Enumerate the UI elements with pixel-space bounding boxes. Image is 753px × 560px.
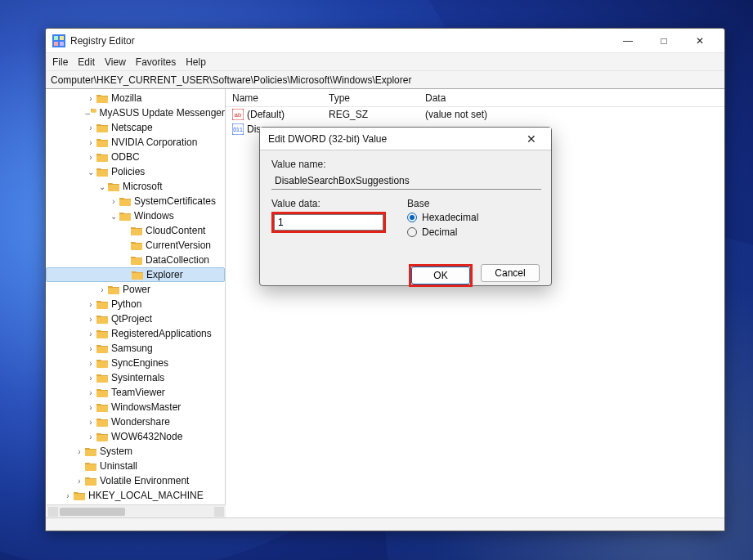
tree-item-cloudcontent[interactable]: CloudContent [46,223,225,238]
expander-icon[interactable]: › [74,447,85,456]
folder-icon [85,476,96,486]
tree-item-label: Power [123,284,150,295]
menu-favorites[interactable]: Favorites [136,56,176,68]
tree-item-label: Netscape [111,122,153,133]
radio-decimal[interactable]: Decimal [407,226,478,238]
tree-item-mozilla[interactable]: ›Mozilla [46,91,225,105]
close-button[interactable]: ✕ [682,29,718,53]
tree-item-netscape[interactable]: ›Netscape [46,120,225,135]
folder-icon [108,284,119,294]
tree-item-teamviewer[interactable]: ›TeamViewer [46,385,225,400]
col-type[interactable]: Type [322,92,419,104]
ok-button[interactable]: OK [411,267,470,284]
tree-item-python[interactable]: ›Python [46,297,225,311]
tree-item-sysinternals[interactable]: ›Sysinternals [46,370,225,385]
menu-edit[interactable]: Edit [78,56,95,68]
tree-item-nvidia-corporation[interactable]: ›NVIDIA Corporation [46,135,225,150]
expander-icon[interactable]: › [85,138,96,147]
expander-icon[interactable]: › [108,197,119,206]
expander-icon[interactable]: › [85,153,96,162]
expander-icon[interactable]: › [85,388,96,397]
expander-icon[interactable]: › [85,432,96,441]
tree-horizontal-scrollbar[interactable] [47,504,226,517]
dialog-title: Edit DWORD (32-bit) Value [268,133,520,145]
menu-view[interactable]: View [105,56,126,68]
dialog-close-button[interactable]: ✕ [520,128,543,150]
expander-icon[interactable]: › [85,123,96,132]
tree-item-label: ODBC [111,151,140,163]
list-row[interactable]: ab(Default)REG_SZ(value not set) [226,107,724,122]
expander-icon[interactable]: › [85,300,96,309]
tree-item-label: Microsoft [123,181,163,192]
tree-item-samsung[interactable]: ›Samsung [46,341,225,356]
col-name[interactable]: Name [226,92,322,104]
tree-item-label: CloudContent [146,225,205,236]
tree-pane[interactable]: ›Mozilla–MyASUS Update Messenger›Netscap… [46,89,226,517]
tree-item-windows[interactable]: ⌄Windows [46,208,225,223]
tree-item-odbc[interactable]: ›ODBC [46,150,225,164]
address-bar[interactable]: Computer\HKEY_CURRENT_USER\Software\Poli… [46,71,724,89]
svg-rect-4 [60,42,64,46]
svg-rect-2 [60,36,64,40]
folder-icon [74,491,85,500]
tree-item-systemcertificates[interactable]: ›SystemCertificates [46,194,225,208]
minimize-button[interactable]: — [610,29,646,53]
base-label: Base [407,198,478,209]
folder-icon [85,446,96,456]
tree-item-currentversion[interactable]: CurrentVersion [46,238,225,253]
expander-icon[interactable]: › [74,477,85,486]
tree-item-wondershare[interactable]: ›Wondershare [46,414,225,429]
expander-icon[interactable]: › [96,285,108,294]
tree-item-volatile-environment[interactable]: ›Volatile Environment [46,473,225,488]
expander-icon[interactable]: – [85,109,91,118]
menu-file[interactable]: File [52,56,68,68]
tree-item-label: Mozilla [111,92,141,104]
tree-item-qtproject[interactable]: ›QtProject [46,311,225,326]
tree-item-power[interactable]: ›Power [46,282,225,297]
tree-item-registeredapplications[interactable]: ›RegisteredApplications [46,326,225,341]
expander-icon[interactable]: › [85,359,96,368]
tree-item-label: Policies [111,166,145,177]
dialog-titlebar[interactable]: Edit DWORD (32-bit) Value ✕ [260,128,551,150]
expander-icon[interactable]: › [85,344,96,353]
titlebar[interactable]: Registry Editor — □ ✕ [46,29,724,53]
folder-icon [119,211,131,221]
tree-item-label: NVIDIA Corporation [111,137,197,148]
maximize-button[interactable]: □ [646,29,682,53]
expander-icon[interactable]: ⌄ [96,182,108,191]
folder-icon [96,432,108,441]
radio-icon [407,213,417,222]
tree-item-label: Explorer [146,269,183,280]
cancel-button[interactable]: Cancel [481,264,540,282]
folder-icon [96,314,108,324]
tree-item-uninstall[interactable]: Uninstall [46,459,225,473]
expander-icon[interactable]: ⌄ [85,168,96,177]
tree-item-label: DataCollection [146,254,209,266]
expander-icon[interactable]: › [85,403,96,412]
tree-item-wow6432node[interactable]: ›WOW6432Node [46,429,225,444]
tree-item-hkey_local_machine[interactable]: ›HKEY_LOCAL_MACHINE [46,488,225,503]
expander-icon[interactable]: › [85,374,96,383]
expander-icon[interactable]: › [85,315,96,324]
value-name-field[interactable]: DisableSearchBoxSuggestions [271,172,541,190]
col-data[interactable]: Data [419,92,724,104]
expander-icon[interactable]: › [85,329,96,338]
string-value-icon: ab [232,109,244,120]
menu-help[interactable]: Help [186,56,206,68]
expander-icon[interactable]: › [62,491,74,500]
radio-hexadecimal[interactable]: Hexadecimal [407,212,478,223]
tree-item-explorer[interactable]: Explorer [46,267,225,282]
tree-item-datacollection[interactable]: DataCollection [46,253,225,267]
scrollbar-thumb[interactable] [60,508,125,516]
value-data-input[interactable] [274,214,383,231]
tree-item-syncengines[interactable]: ›SyncEngines [46,356,225,370]
tree-item-microsoft[interactable]: ⌄Microsoft [46,179,225,194]
address-path: Computer\HKEY_CURRENT_USER\Software\Poli… [51,74,411,86]
expander-icon[interactable]: ⌄ [108,212,119,221]
expander-icon[interactable]: › [85,94,96,103]
expander-icon[interactable]: › [85,418,96,427]
tree-item-windowsmaster[interactable]: ›WindowsMaster [46,400,225,414]
tree-item-system[interactable]: ›System [46,444,225,459]
tree-item-myasus-update-messenger[interactable]: –MyASUS Update Messenger [46,105,225,120]
tree-item-policies[interactable]: ⌄Policies [46,164,225,179]
